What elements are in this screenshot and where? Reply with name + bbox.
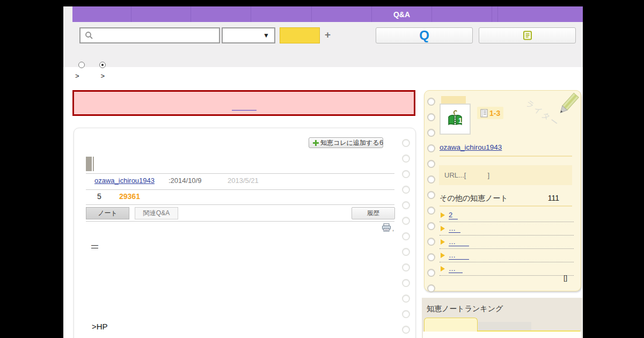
footer-brackets: []: [564, 274, 567, 282]
binding-hole: [427, 144, 435, 152]
arrow-right-icon: [441, 226, 445, 231]
binding-hole: [427, 253, 435, 261]
list-item[interactable]: …: [440, 262, 574, 276]
nav-tab-2[interactable]: [131, 6, 191, 22]
avatar[interactable]: 1: [440, 104, 471, 135]
radio-option-1[interactable]: [78, 62, 85, 68]
divider: [440, 205, 572, 207]
add-to-collection-button[interactable]: 知恵コレに追加する: [309, 137, 383, 148]
plus-icon[interactable]: +: [325, 29, 331, 41]
author-profile-card: ライター 1: [424, 90, 581, 291]
list-item[interactable]: …: [440, 249, 574, 262]
note-title-placeholder: [86, 157, 92, 171]
date-other: 2013/5/21: [228, 177, 259, 185]
note-link[interactable]: …: [449, 238, 469, 246]
ranking-tab-active[interactable]: [424, 318, 478, 332]
arrow-right-icon: [441, 239, 445, 245]
nav-tab-4[interactable]: [251, 6, 312, 22]
top-navbar: Q&A: [72, 6, 583, 22]
nav-tab-7[interactable]: [432, 6, 492, 22]
note-body-text: >HP: [92, 322, 108, 331]
ranking-box: 知恵ノートランキング: [422, 298, 582, 338]
search-category-select[interactable]: ▼: [222, 27, 275, 43]
tab-related-qa[interactable]: 関連Q&A: [135, 207, 178, 219]
print-button[interactable]: ,: [382, 223, 394, 232]
binding-hole: [402, 248, 410, 256]
search-submit-button[interactable]: [280, 27, 320, 43]
note-link[interactable]: …: [449, 251, 469, 260]
binding-hole: [402, 326, 410, 334]
nav-tab-8[interactable]: [492, 6, 498, 22]
sidebar-author-link[interactable]: ozawa_ichirou1943: [440, 143, 502, 151]
other-notes-title: その他の知恵ノート: [440, 194, 508, 203]
plus-green-icon: [313, 140, 319, 146]
binding-hole: [427, 207, 435, 215]
divider: [86, 221, 394, 222]
ranking-tab-inactive[interactable]: [478, 322, 531, 330]
ranking-title: 知恵ノートランキング: [427, 304, 503, 314]
ranking-content: [423, 332, 581, 338]
binding-hole: [402, 201, 410, 209]
note-body-link[interactable]: —: [91, 241, 98, 249]
binding-hole: [402, 170, 410, 178]
binding-hole: [402, 217, 410, 225]
alert-link[interactable]: [232, 105, 257, 111]
collection-count: 6: [379, 138, 383, 146]
nav-tab-qa[interactable]: Q&A: [372, 6, 432, 22]
binding-hole: [427, 175, 435, 183]
list-item[interactable]: …: [440, 236, 574, 249]
binding-hole: [402, 186, 410, 194]
radio-option-2[interactable]: [99, 62, 106, 68]
divider: [86, 173, 394, 174]
binding-hole: [402, 232, 410, 240]
notebook-icon: [480, 109, 488, 117]
my-notes-button[interactable]: [479, 27, 576, 43]
memo-icon: [522, 30, 533, 41]
note-link[interactable]: 2: [449, 211, 458, 219]
note-title-placeholder: [93, 157, 94, 171]
breadcrumb-separator: >: [101, 72, 105, 80]
note-card: 知恵コレに追加する 6 ozawa_ichirou1943 :2014/10/9…: [74, 128, 416, 338]
note-link[interactable]: …: [449, 224, 460, 233]
tab-note[interactable]: ノート: [86, 207, 129, 219]
nav-tab-3[interactable]: [191, 6, 251, 22]
binding-hole: [427, 129, 435, 137]
list-item[interactable]: …: [440, 222, 574, 236]
list-item[interactable]: 2: [440, 209, 574, 222]
alert-banner: [72, 90, 415, 116]
nav-tab-1[interactable]: [72, 6, 131, 22]
other-notes-count: 111: [548, 194, 559, 203]
divider: [440, 156, 572, 157]
header: Q&A ▼ + Q: [63, 6, 583, 67]
pencil-icon: [554, 91, 580, 120]
binding-hole: [402, 295, 410, 303]
chevron-down-icon: ▼: [263, 32, 269, 39]
history-button[interactable]: 履歴: [352, 207, 395, 219]
other-notes-list: 2 … … … …: [440, 209, 574, 276]
print-suffix: ,: [392, 225, 394, 232]
page: Q&A ▼ + Q: [63, 6, 583, 338]
divider: [86, 189, 394, 190]
author-link[interactable]: ozawa_ichirou1943: [94, 177, 155, 185]
breadcrumb-separator: >: [75, 72, 79, 80]
chiebukuro-home-button[interactable]: Q: [376, 27, 473, 43]
grade-book-icon: 1: [445, 109, 465, 129]
arrow-right-icon: [441, 266, 445, 271]
note-link[interactable]: …: [449, 264, 463, 273]
note-meta-row: ozawa_ichirou1943 :2014/10/9 2013/5/21: [74, 177, 396, 186]
search-icon: [85, 31, 93, 40]
divider: [86, 204, 394, 205]
note-stat: 5: [97, 192, 101, 201]
nav-tab-5[interactable]: [312, 6, 372, 22]
binding-hole: [427, 191, 435, 199]
nav-tab-9[interactable]: [498, 6, 583, 22]
binding-hole: [402, 310, 410, 318]
view-count: 29361: [119, 192, 140, 201]
binding-hole: [402, 279, 410, 287]
search-input[interactable]: [97, 30, 219, 41]
search-box[interactable]: [79, 27, 220, 43]
url-text: URL...[: [444, 171, 466, 179]
grade-level: 1-3: [489, 109, 500, 117]
add-to-collection-label: 知恵コレに追加する: [320, 138, 379, 148]
binding-hole: [427, 284, 435, 292]
